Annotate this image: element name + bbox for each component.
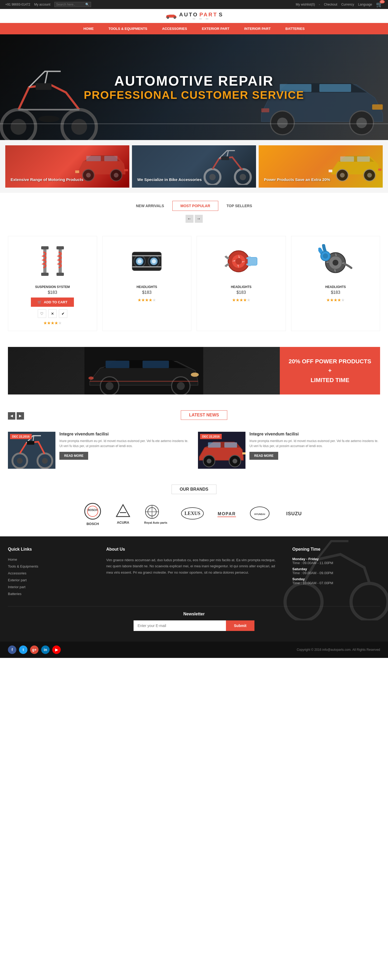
- copyright-text: Copyright © 2016 info@autoparts.com. All…: [297, 648, 380, 652]
- tab-top-sellers[interactable]: TOP SELLERS: [218, 201, 260, 211]
- mopar-logo-icon: MOPAR: [217, 507, 236, 520]
- footer-link-tools[interactable]: Tools & Equipments: [8, 565, 38, 568]
- svg-rect-25: [124, 169, 128, 171]
- view-button-suspension[interactable]: ✔: [59, 309, 67, 318]
- footer-link-interior[interactable]: Interior part: [8, 585, 25, 589]
- footer: Quick Links Home Tools & Equipments Acce…: [0, 536, 388, 641]
- nav-tools[interactable]: TOOLS & EQUIPMENTS: [101, 23, 155, 34]
- search-box[interactable]: 🔍: [54, 2, 91, 7]
- tab-new-arrivals[interactable]: NEW ARRIVALS: [128, 201, 173, 211]
- logo-auto: AUTO: [179, 12, 198, 18]
- wishlist-button-suspension[interactable]: ♡: [38, 309, 46, 318]
- svg-point-15: [356, 118, 367, 128]
- add-to-cart-suspension-button[interactable]: 🛒 ADD TO CART: [31, 298, 74, 307]
- product-image-headlights-2: [201, 242, 282, 281]
- product-card-headlights-3: HEADLIGHTS $183 ★★★★★: [291, 236, 380, 331]
- brand-royal-auto[interactable]: Royal Auto parts: [144, 504, 167, 524]
- royal-auto-label: Royal Auto parts: [144, 521, 167, 524]
- top-bar-right: My wishlist(0) - Checkout Currency Langu…: [296, 1, 383, 8]
- svg-point-84: [233, 459, 237, 463]
- tab-most-popular[interactable]: MOST POPULAR: [173, 201, 219, 211]
- promo-offer-text[interactable]: 20% OFF POWER PRODUCTS+LIMITED TIME: [280, 347, 380, 395]
- hero-content: AUTOMOTIVE REPAIR PROFESSIONAL CUSTOMER …: [84, 73, 304, 102]
- svg-point-21: [86, 173, 91, 178]
- product-name-headlights-1: HEADLIGHTS: [107, 285, 187, 289]
- svg-rect-77: [27, 441, 34, 445]
- cart-icon[interactable]: 🛒(0): [376, 1, 383, 8]
- svg-rect-79: [208, 442, 221, 448]
- wishlist-link[interactable]: My wishlist(0): [296, 3, 315, 6]
- svg-rect-53: [132, 266, 161, 267]
- nav-batteries[interactable]: BATTERIES: [278, 23, 312, 34]
- banner3-car-icon: [329, 148, 382, 185]
- separator: -: [319, 3, 320, 6]
- product-name-suspension: SUSPENSION SYSTEM: [12, 285, 93, 289]
- brand-lexus[interactable]: LEXUS: [181, 507, 204, 521]
- nav-accessories[interactable]: ACCESSORIES: [155, 23, 195, 34]
- svg-rect-19: [104, 156, 117, 161]
- footer-link-accessories[interactable]: Accessories: [8, 571, 26, 575]
- svg-rect-8: [36, 83, 51, 90]
- prev-arrow-button[interactable]: ←: [185, 215, 193, 223]
- about-text: Vim graece ridens accumsan ad, duo ludus…: [106, 557, 282, 576]
- news-prev-button[interactable]: ◀: [8, 412, 15, 420]
- linkedin-icon[interactable]: in: [41, 646, 50, 654]
- my-account-link[interactable]: My account: [34, 3, 50, 6]
- category-banner-power[interactable]: Power Products Save an Extra 20%: [259, 145, 383, 188]
- product-image-suspension: [12, 242, 93, 281]
- svg-point-34: [340, 173, 345, 178]
- promo-car-svg: [8, 347, 280, 395]
- newsletter-submit-button[interactable]: Submit: [226, 620, 254, 631]
- product-stars-suspension: ★★★★★: [12, 320, 93, 326]
- brand-acura[interactable]: ACURA: [115, 503, 131, 525]
- news-section-title: LATEST NEWS: [181, 410, 227, 420]
- footer-link-home[interactable]: Home: [8, 557, 17, 562]
- svg-rect-31: [340, 156, 354, 162]
- news-next-button[interactable]: ▶: [17, 412, 24, 420]
- google-plus-icon[interactable]: g+: [30, 646, 38, 654]
- footer-link-exterior[interactable]: Exterior part: [8, 578, 27, 582]
- compare-button-suspension[interactable]: ✕: [48, 309, 57, 318]
- read-more-button-1[interactable]: READ MORE: [59, 452, 88, 460]
- svg-point-69: [177, 382, 185, 390]
- newsletter-email-input[interactable]: [133, 620, 226, 631]
- currency-selector[interactable]: Currency: [341, 3, 354, 6]
- svg-text:ISUZU: ISUZU: [286, 511, 302, 516]
- news-date-1: DEC 22,2016: [10, 434, 32, 439]
- category-banner-bike[interactable]: We Specialize in Bike Accessories: [132, 145, 256, 188]
- svg-point-70: [191, 372, 199, 377]
- svg-point-67: [106, 382, 114, 390]
- promo-section: 20% OFF POWER PRODUCTS+LIMITED TIME: [0, 342, 388, 400]
- svg-text:MOPAR: MOPAR: [218, 512, 236, 516]
- brand-mopar[interactable]: MOPAR: [217, 507, 236, 521]
- footer-link-batteries[interactable]: Batteries: [8, 592, 21, 596]
- news-grid: DEC 22,2016 Integre vivendum facilisi Ir…: [8, 432, 380, 469]
- cart-icon-small: 🛒: [38, 300, 42, 304]
- twitter-icon[interactable]: t: [19, 646, 27, 654]
- nav-home[interactable]: HOME: [76, 23, 101, 34]
- main-nav: HOME TOOLS & EQUIPMENTS ACCESSORIES EXTE…: [0, 23, 388, 34]
- hero-subtitle: PROFESSIONAL CUSTOMER SERVICE: [84, 89, 304, 102]
- brand-isuzu[interactable]: ISUZU: [283, 507, 305, 521]
- language-selector[interactable]: Language: [358, 3, 372, 6]
- news-title-1: Integre vivendum facilisi: [59, 432, 190, 436]
- product-stars-headlights-1: ★★★★★: [107, 298, 187, 302]
- news-card-2: DEC 22,2016 Integre vivendum facilisi Ir…: [198, 432, 380, 469]
- category-banner-motoring[interactable]: Extensive Range of Motoring Products: [5, 145, 129, 188]
- checkout-link[interactable]: Checkout: [324, 3, 337, 6]
- about-title: About Us: [106, 547, 282, 552]
- quick-links-title: Quick Links: [8, 547, 96, 552]
- nav-interior[interactable]: INTERIOR PART: [237, 23, 278, 34]
- facebook-icon[interactable]: f: [8, 646, 16, 654]
- brand-hyundai[interactable]: HYUNDAI: [249, 506, 270, 523]
- nav-exterior[interactable]: EXTERIOR PART: [195, 23, 237, 34]
- search-icon[interactable]: 🔍: [85, 3, 89, 6]
- brand-bosch[interactable]: BOSCH BOSCH: [83, 502, 102, 526]
- svg-point-74: [17, 458, 23, 464]
- bosch-logo-icon: BOSCH: [83, 502, 102, 520]
- youtube-icon[interactable]: ▶: [52, 646, 61, 654]
- next-arrow-button[interactable]: →: [195, 215, 203, 223]
- read-more-button-2[interactable]: READ MORE: [249, 452, 278, 460]
- acura-label: ACURA: [115, 520, 131, 525]
- search-input[interactable]: [56, 3, 85, 6]
